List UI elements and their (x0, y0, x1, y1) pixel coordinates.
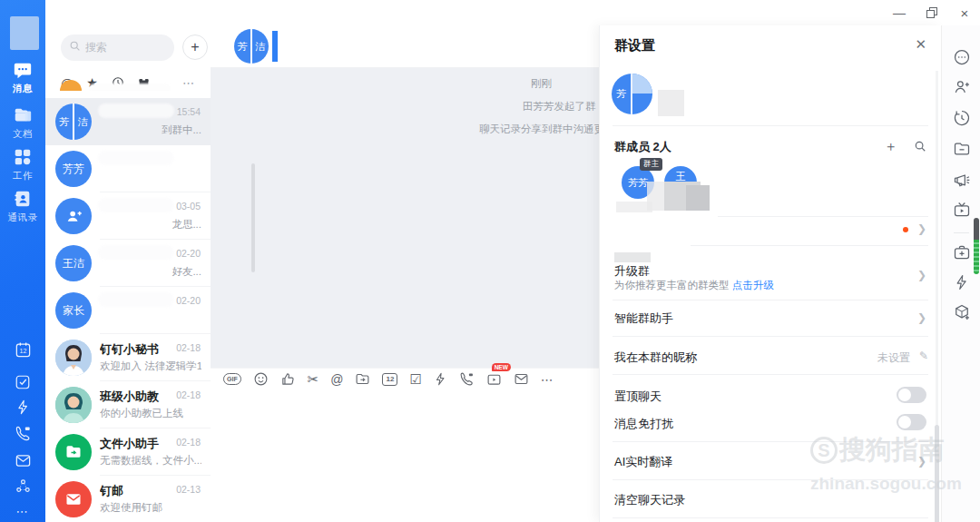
thumbs-up-icon[interactable] (280, 371, 296, 387)
search-input[interactable] (85, 41, 163, 54)
scrollbar[interactable] (251, 163, 255, 272)
search-icon (69, 39, 81, 55)
preview: 无需数据线，文件小... (100, 454, 201, 468)
nav-item-work[interactable]: 工作 (0, 147, 45, 182)
more-icon[interactable]: ⋯ (0, 505, 45, 518)
redaction (98, 151, 174, 165)
list-item[interactable]: 钉邮 02-13 欢迎使用钉邮 (45, 476, 211, 522)
list-item[interactable]: 班级小助教 02-18 你的小助教已上线 (45, 381, 211, 428)
group-avatar[interactable]: 芳 (612, 74, 652, 114)
chevron-right-icon[interactable]: ❯ (917, 222, 926, 235)
emoji-icon[interactable] (253, 371, 269, 387)
nav-label: 文档 (13, 128, 33, 141)
announcement-icon[interactable] (942, 171, 980, 189)
redaction (98, 103, 174, 118)
close-panel-icon[interactable]: ✕ (915, 36, 926, 53)
list-item[interactable]: 文件小助手 02-18 无需数据线，文件小... (45, 428, 211, 476)
nav-item-messages[interactable]: 消息 (0, 60, 45, 95)
upgrade-group-desc: 为你推荐更丰富的群类型 点击升级 (614, 279, 774, 292)
scrollbar[interactable] (974, 218, 979, 274)
pin-chat-toggle[interactable] (897, 387, 926, 403)
upgrade-link[interactable]: 点击升级 (732, 280, 774, 291)
left-nav: 消息 文档 工作 通讯录 12 (0, 0, 45, 522)
flash-icon[interactable] (434, 372, 447, 386)
chat-options-icon[interactable] (942, 48, 980, 66)
chevron-right-icon[interactable]: ❯ (917, 455, 926, 468)
system-message: 聊天记录分享到群中沟通更高 (479, 123, 615, 136)
upgrade-group-label[interactable]: 升级群 (614, 263, 650, 280)
calendar-icon[interactable]: 12 (382, 373, 397, 386)
contact-name: 钉钉小秘书 (100, 341, 174, 358)
person-add-icon[interactable] (942, 78, 980, 96)
gif-icon[interactable]: GIF (223, 373, 241, 385)
nav-label: 工作 (13, 170, 33, 182)
restore-button[interactable] (924, 5, 940, 21)
search-member-icon[interactable] (914, 140, 926, 156)
video-icon[interactable]: NEW (486, 371, 502, 387)
add-button[interactable]: + (182, 34, 208, 60)
contacts-icon (13, 189, 33, 209)
video-call-icon[interactable] (0, 425, 45, 442)
clear-history-label[interactable]: 清空聊天记录 (614, 492, 685, 508)
scrollbar[interactable] (935, 425, 939, 522)
user-avatar[interactable] (10, 16, 39, 50)
redaction (632, 74, 652, 94)
redaction (614, 252, 651, 262)
scissors-icon[interactable]: ✂ (308, 371, 319, 388)
mail-icon[interactable] (514, 371, 529, 387)
more-icon[interactable]: ⋯ (182, 76, 195, 90)
smart-assistant-label[interactable]: 智能群助手 (614, 310, 673, 327)
list-item[interactable]: 钉钉小秘书 02-18 欢迎加入 法律逻辑学1... (45, 334, 211, 381)
list-item[interactable]: 芳 洁 15:54 到群中... (45, 98, 211, 145)
file-send-icon[interactable] (355, 371, 370, 387)
cube-add-icon[interactable] (942, 303, 980, 321)
list-item[interactable]: 03-05 龙思... (45, 192, 211, 240)
docs-icon (13, 105, 33, 125)
preview: 你的小助教已上线 (100, 407, 201, 420)
new-badge: NEW (492, 363, 511, 371)
list-item[interactable]: 王洁 02-20 好友... (45, 240, 211, 287)
search-input-wrap[interactable] (61, 34, 174, 61)
close-button[interactable]: × (956, 5, 973, 21)
titlebar: — × (45, 0, 980, 25)
chat-avatar[interactable]: 芳 洁 (234, 29, 269, 64)
task-icon[interactable]: ☑ (409, 371, 421, 388)
redaction (658, 90, 684, 116)
chevron-right-icon[interactable]: ❯ (917, 311, 926, 324)
avatar: 家长 (55, 292, 92, 329)
redaction (98, 245, 174, 260)
edit-icon[interactable]: ✎ (919, 350, 928, 362)
list-item[interactable]: 芳芳 (45, 145, 211, 192)
nickname-value: 未设置 (877, 350, 910, 366)
work-grid-icon (13, 147, 33, 167)
mute-toggle[interactable] (897, 414, 926, 430)
flash-icon[interactable] (0, 399, 45, 415)
mail-icon[interactable] (0, 452, 45, 469)
calendar-icon[interactable]: 12 (0, 341, 45, 359)
group-settings-panel: 群设置 ✕ 芳 群成员 2人 ＋ 群主 芳芳 王 ❯ 升级群 为你推荐更丰富的群… (599, 25, 941, 522)
list-item[interactable]: 家长 02-20 (45, 287, 211, 334)
time: 15:54 (177, 106, 201, 117)
chat-list: + @ ★ ⋯ 芳 洁 15:54 到群中... (45, 0, 211, 522)
nickname-label: 我在本群的昵称 (614, 350, 697, 366)
nav-item-docs[interactable]: 文档 (0, 105, 45, 141)
share-icon[interactable] (0, 478, 45, 495)
folder-icon[interactable] (942, 140, 980, 158)
flash-icon[interactable] (942, 274, 980, 291)
ai-translate-label[interactable]: AI实时翻译 (614, 454, 672, 470)
contact-name: 班级小助教 (100, 389, 174, 405)
call-icon[interactable] (459, 371, 475, 387)
mute-label: 消息免打扰 (614, 416, 673, 432)
chevron-right-icon[interactable]: ❯ (917, 269, 926, 281)
mention-icon[interactable]: @ (330, 372, 343, 387)
photo-avatar (55, 387, 92, 423)
minimize-button[interactable]: — (891, 5, 907, 21)
live-tv-icon[interactable] (942, 201, 980, 219)
members-label: 群成员 2人 (614, 139, 671, 155)
add-member-icon[interactable]: ＋ (884, 138, 897, 155)
more-icon[interactable]: ⋯ (541, 372, 554, 387)
preview: 到群中... (100, 123, 201, 137)
chat-history-icon[interactable] (942, 109, 980, 127)
nav-item-contacts[interactable]: 通讯录 (0, 189, 45, 224)
todo-icon[interactable] (0, 374, 45, 390)
